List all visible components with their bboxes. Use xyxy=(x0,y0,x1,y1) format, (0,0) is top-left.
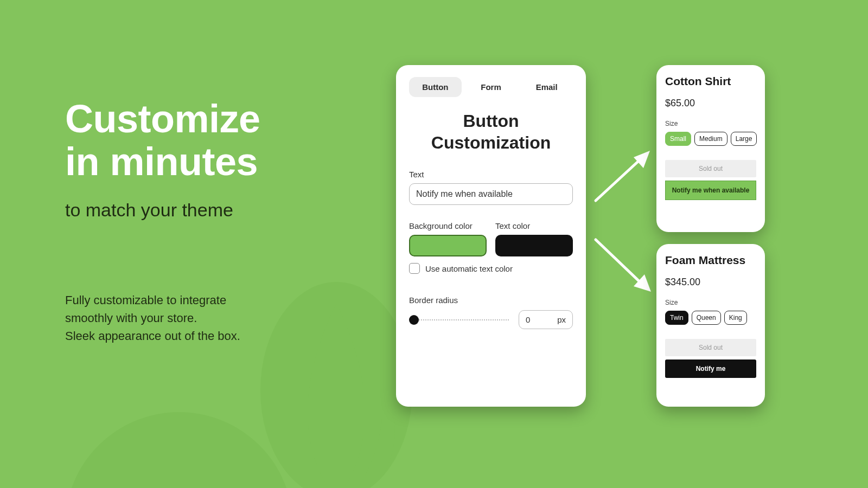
text-field-label: Text xyxy=(409,170,573,179)
tabs: Button Form Email xyxy=(409,77,573,97)
hero-title-line: Customize xyxy=(65,97,260,140)
panel-heading: Button Customization xyxy=(409,110,573,153)
bg-color-swatch[interactable] xyxy=(409,235,487,256)
sold-out-badge: Sold out xyxy=(665,339,756,356)
tab-email[interactable]: Email xyxy=(520,77,573,97)
tab-form[interactable]: Form xyxy=(465,77,518,97)
border-radius-label: Border radius xyxy=(409,296,573,305)
product-name: Cotton Shirt xyxy=(665,75,756,88)
size-label: Size xyxy=(665,299,756,306)
text-color-label: Text color xyxy=(495,221,573,230)
size-option-twin[interactable]: Twin xyxy=(665,311,688,325)
size-option-small[interactable]: Small xyxy=(665,132,691,146)
decorative-circle xyxy=(65,412,293,488)
hero-title-line: in minutes xyxy=(65,140,258,183)
size-option-large[interactable]: Large xyxy=(731,132,757,146)
size-label: Size xyxy=(665,120,756,127)
button-text-input[interactable] xyxy=(409,183,573,205)
text-color-swatch[interactable] xyxy=(495,235,573,256)
slider-track xyxy=(414,319,509,320)
customization-panel: Button Form Email Button Customization T… xyxy=(396,65,586,407)
sold-out-badge: Sold out xyxy=(665,160,756,177)
auto-text-color-checkbox[interactable] xyxy=(409,263,420,274)
auto-text-color-label: Use automatic text color xyxy=(425,264,513,273)
hero-body-line: Fully customizable to integrate xyxy=(65,293,226,307)
size-option-king[interactable]: King xyxy=(724,311,747,325)
product-price: $345.00 xyxy=(665,277,756,288)
hero-subtitle: to match your theme xyxy=(65,200,369,221)
radius-value: 0 xyxy=(526,315,530,324)
radius-unit: px xyxy=(557,315,566,324)
size-option-queen[interactable]: Queen xyxy=(692,311,721,325)
arrow-icon xyxy=(591,146,656,206)
tab-button[interactable]: Button xyxy=(409,77,462,97)
hero-body-line: Sleek appearance out of the box. xyxy=(65,329,240,343)
bg-color-label: Background color xyxy=(409,221,487,230)
hero-title: Customize in minutes xyxy=(65,98,369,183)
hero-body: Fully customizable to integrate smoothly… xyxy=(65,291,369,345)
hero-body-line: smoothly with your store. xyxy=(65,311,197,325)
arrow-icon xyxy=(591,233,656,298)
notify-button[interactable]: Notify me xyxy=(665,359,756,378)
border-radius-input[interactable]: 0 px xyxy=(519,310,573,329)
size-option-medium[interactable]: Medium xyxy=(694,132,727,146)
border-radius-slider[interactable] xyxy=(409,314,509,325)
panel-heading-line: Customization xyxy=(431,133,551,152)
size-options: Small Medium Large xyxy=(665,132,756,146)
size-options: Twin Queen King xyxy=(665,311,756,325)
product-price: $65.00 xyxy=(665,98,756,109)
product-card-mattress: Foam Mattress $345.00 Size Twin Queen Ki… xyxy=(656,244,765,407)
panel-heading-line: Button xyxy=(463,111,519,131)
svg-marker-1 xyxy=(634,151,650,168)
slider-thumb[interactable] xyxy=(409,315,419,325)
notify-button[interactable]: Notify me when available xyxy=(665,181,756,200)
svg-line-2 xyxy=(596,240,646,287)
product-name: Foam Mattress xyxy=(665,254,756,267)
hero-section: Customize in minutes to match your theme… xyxy=(65,98,369,345)
svg-line-0 xyxy=(596,155,646,201)
product-card-shirt: Cotton Shirt $65.00 Size Small Medium La… xyxy=(656,65,765,232)
svg-marker-3 xyxy=(634,274,651,292)
